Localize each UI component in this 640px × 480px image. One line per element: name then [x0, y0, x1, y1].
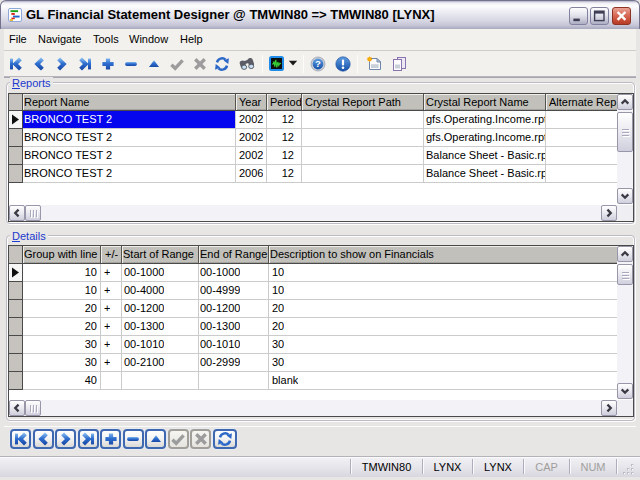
- svg-text:?: ?: [315, 58, 321, 69]
